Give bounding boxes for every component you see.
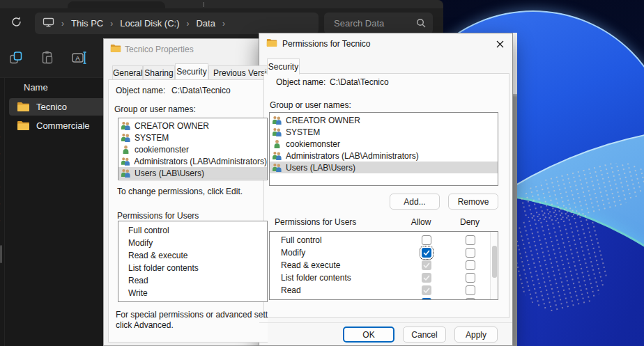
list-item[interactable]: CREATOR OWNER xyxy=(270,114,498,126)
close-icon[interactable] xyxy=(491,36,509,52)
chevron-right-icon: › xyxy=(61,19,64,29)
group-names-list: CREATOR OWNER SYSTEM cookiemonster xyxy=(269,112,498,186)
footer-divider xyxy=(259,322,512,323)
tab-security[interactable]: Security xyxy=(267,58,300,74)
allow-checkbox-checked[interactable] xyxy=(422,298,431,300)
permission-row[interactable]: List folder contents xyxy=(118,262,267,274)
group-name: CREATOR OWNER xyxy=(286,116,360,125)
ok-button[interactable]: OK xyxy=(343,327,394,343)
rename-icon[interactable]: A xyxy=(71,50,88,67)
list-item[interactable]: cookiemonster xyxy=(118,143,267,155)
scrollbar-thumb[interactable] xyxy=(492,246,497,278)
refresh-button[interactable] xyxy=(8,15,24,31)
breadcrumb-local-disk[interactable]: Local Disk (C:) xyxy=(120,18,179,29)
cancel-button[interactable]: Cancel xyxy=(403,327,446,343)
permissions-for-users-label: Permissions for Users xyxy=(275,217,356,227)
name-column-header[interactable]: Name xyxy=(24,82,48,93)
permission-name: List folder contents xyxy=(281,272,351,284)
chevron-right-icon: › xyxy=(186,19,189,29)
group-name: SYSTEM xyxy=(286,127,320,137)
list-item[interactable]: SYSTEM xyxy=(118,132,267,143)
group-name: cookiemonster xyxy=(286,139,340,149)
allow-checkbox-inherited[interactable] xyxy=(422,260,431,270)
allow-checkbox-inherited[interactable] xyxy=(422,285,431,295)
deny-checkbox[interactable] xyxy=(466,235,475,245)
permission-name: Read & execute xyxy=(281,259,340,272)
user-icon xyxy=(272,139,282,148)
search-icon[interactable] xyxy=(416,18,426,31)
explorer-tab[interactable] xyxy=(68,1,165,8)
scrollbar[interactable] xyxy=(490,232,498,299)
list-item[interactable]: SYSTEM xyxy=(270,126,498,138)
permission-row: Full control xyxy=(270,234,498,246)
tab-security[interactable]: Security xyxy=(175,63,208,79)
group-name: Administrators (LAB\Administrators) xyxy=(286,151,419,161)
permissions-list: Full control Modify Read & execute List … xyxy=(118,221,268,302)
file-row-commerciale[interactable]: Commerciale xyxy=(9,117,109,134)
permissions-list: Full control Modify Read & execute List xyxy=(269,231,498,300)
allow-checkbox-checked[interactable] xyxy=(422,248,431,258)
advanced-hint-line2: click Advanced. xyxy=(116,320,174,330)
deny-checkbox[interactable] xyxy=(466,260,475,270)
permissions-for-users-label: Permissions for Users xyxy=(117,211,199,221)
apply-button[interactable]: Apply xyxy=(454,327,498,343)
scrollbar-thumb[interactable] xyxy=(0,245,2,263)
group-icon xyxy=(121,121,131,130)
tab-sharing[interactable]: Sharing xyxy=(143,65,175,79)
list-item-selected[interactable]: Users (LAB\Users) xyxy=(118,167,267,179)
copy-icon[interactable] xyxy=(8,50,24,67)
deny-checkbox[interactable] xyxy=(466,273,475,283)
folder-icon xyxy=(266,38,277,49)
group-names-label: Group or user names: xyxy=(270,100,351,110)
list-item[interactable]: Administrators (LAB\Administrators) xyxy=(270,150,498,162)
group-name: cookiemonster xyxy=(135,145,189,155)
background-window-edge xyxy=(512,33,517,346)
user-icon xyxy=(121,145,131,154)
this-pc-icon[interactable] xyxy=(43,17,54,29)
file-name: Tecnico xyxy=(36,102,67,112)
folder-icon xyxy=(17,120,30,131)
tab-previous-versions[interactable]: Previous Versions xyxy=(208,65,268,79)
permission-row[interactable]: Read xyxy=(118,274,267,287)
properties-dialog: Tecnico Properties General Sharing Secur… xyxy=(103,38,268,346)
deny-checkbox[interactable] xyxy=(466,248,475,258)
add-button[interactable]: Add... xyxy=(390,194,440,210)
list-item[interactable]: CREATOR OWNER xyxy=(118,120,267,132)
tab-general[interactable]: General xyxy=(112,65,143,79)
allow-checkbox[interactable] xyxy=(422,235,431,245)
group-name: SYSTEM xyxy=(135,133,169,143)
search-input[interactable] xyxy=(332,13,411,34)
permission-row[interactable]: Full control xyxy=(118,224,267,237)
list-item-selected[interactable]: Users (LAB\Users) xyxy=(270,162,498,173)
object-name-value: C:\Data\Tecnico xyxy=(330,77,389,87)
permission-row: Modify xyxy=(270,246,498,259)
tab-divider xyxy=(204,2,204,7)
permission-row[interactable]: Write xyxy=(118,287,267,299)
paste-icon[interactable] xyxy=(39,50,56,67)
breadcrumb-data[interactable]: Data xyxy=(196,18,215,29)
group-name: Users (LAB\Users) xyxy=(135,168,204,178)
object-name-label: Object name: xyxy=(276,77,325,87)
deny-checkbox[interactable] xyxy=(466,298,475,300)
allow-checkbox-inherited[interactable] xyxy=(422,273,431,283)
permission-row: Read & execute xyxy=(270,259,498,272)
deny-checkbox[interactable] xyxy=(466,285,475,295)
search-box xyxy=(324,13,433,34)
object-name-value: C:\Data\Tecnico xyxy=(171,86,231,95)
permission-row[interactable]: Modify xyxy=(118,237,267,249)
breadcrumb: › This PC › Local Disk (C:) › Data › xyxy=(35,13,319,34)
explorer-tab-bar xyxy=(0,0,443,8)
group-icon xyxy=(272,116,282,125)
permission-row[interactable]: Read & execute xyxy=(118,249,267,262)
file-row-tecnico[interactable]: Tecnico xyxy=(9,98,109,116)
remove-button[interactable]: Remove xyxy=(448,194,498,210)
group-names-list: CREATOR OWNER SYSTEM cookiemonster xyxy=(118,118,268,180)
screen: › This PC › Local Disk (C:) › Data › xyxy=(0,0,644,346)
permission-row-partial: Write xyxy=(270,297,498,300)
allow-column-header: Allow xyxy=(406,217,436,227)
permission-name: Full control xyxy=(281,234,322,246)
list-item[interactable]: cookiemonster xyxy=(270,138,498,150)
breadcrumb-this-pc[interactable]: This PC xyxy=(71,18,103,29)
permission-name: Modify xyxy=(281,246,305,259)
list-item[interactable]: Administrators (LAB\Administrators) xyxy=(118,155,267,167)
